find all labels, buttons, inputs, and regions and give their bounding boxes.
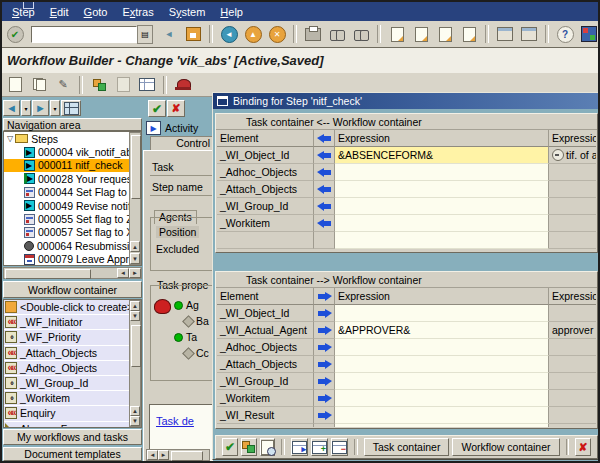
binding-dialog-titlebar[interactable]: Binding for Step 'nitf_check' bbox=[213, 93, 599, 109]
nav-forward-button[interactable]: ► bbox=[32, 100, 49, 116]
copy-button[interactable] bbox=[28, 74, 50, 96]
expression-cell[interactable] bbox=[335, 215, 549, 232]
container-scroll-down2-button[interactable]: ▼ bbox=[130, 416, 140, 426]
save-button[interactable] bbox=[182, 23, 204, 45]
confirm-step-button[interactable]: ✔ bbox=[148, 100, 166, 117]
overview-button[interactable] bbox=[61, 100, 81, 116]
expression-cell[interactable] bbox=[335, 305, 549, 322]
agents-position-item[interactable]: Position bbox=[156, 226, 199, 238]
tree-step-000064[interactable]: 000064 Resubmissi bbox=[4, 239, 141, 252]
container-item[interactable]: ««Enquiry bbox=[4, 406, 141, 421]
menu-item-edit[interactable]: Edit bbox=[50, 6, 69, 18]
tree-hscrollbar[interactable]: ◄ ► bbox=[3, 267, 142, 279]
detail-hscroll-thumb[interactable] bbox=[171, 451, 203, 461]
detail-scroll-right-button[interactable]: ► bbox=[158, 450, 169, 460]
tree-step-000057[interactable]: 000057 Set flag to X bbox=[4, 226, 141, 239]
container-item[interactable]: ‹›_Workitem bbox=[4, 391, 141, 406]
find-next-button[interactable] bbox=[350, 23, 372, 45]
create-shortcut-button[interactable] bbox=[518, 23, 540, 45]
expression-cell[interactable] bbox=[335, 373, 549, 390]
create-button[interactable] bbox=[4, 74, 26, 96]
tree-scroll-right-button[interactable]: ► bbox=[129, 268, 141, 278]
command-field-dropdown[interactable]: ▤ bbox=[137, 25, 153, 44]
binding-trace-button[interactable] bbox=[260, 438, 276, 456]
container-item[interactable]: ««_Attach_Objects bbox=[4, 346, 141, 361]
agents-excluded-item[interactable]: Excluded bbox=[156, 243, 199, 255]
help-button[interactable]: ? bbox=[554, 23, 576, 45]
element-cell[interactable]: _Workitem bbox=[217, 215, 314, 232]
expression-cell[interactable]: &APPROVER& bbox=[335, 322, 549, 339]
expression-cell[interactable] bbox=[335, 390, 549, 407]
element-cell[interactable]: _WI_Object_Id bbox=[217, 147, 314, 164]
print-button[interactable] bbox=[302, 23, 324, 45]
tree-root-steps[interactable]: ▽Steps bbox=[4, 132, 141, 145]
container-scrollbar-thumb[interactable] bbox=[131, 325, 141, 367]
menu-item-step[interactable]: Step bbox=[12, 6, 35, 18]
tree-step-000011[interactable]: 000011 nitf_check bbox=[4, 159, 141, 172]
cancel-step-button[interactable]: ✘ bbox=[167, 100, 185, 117]
nav-forward-dropdown[interactable]: ▾ bbox=[50, 100, 60, 116]
container-scroll-up2-button[interactable]: ▲ bbox=[130, 406, 140, 416]
tree-scrollbar[interactable]: ▲ ▼ bbox=[129, 132, 141, 265]
container-item[interactable]: ‹›_WF_Priority bbox=[4, 330, 141, 345]
tab-control[interactable]: Control bbox=[150, 136, 213, 150]
tree-step-000004[interactable]: 000004 vik_notif_abs bbox=[4, 145, 141, 158]
customize-layout-button[interactable] bbox=[578, 23, 600, 45]
delete-line-button[interactable]: − bbox=[331, 438, 348, 456]
expression-cell[interactable] bbox=[335, 198, 549, 215]
tree-step-000049[interactable]: 000049 Revise notifi bbox=[4, 199, 141, 212]
menu-item-help[interactable]: Help bbox=[220, 6, 243, 18]
expression-cell[interactable]: &ABSENCEFORM& bbox=[335, 147, 549, 164]
element-cell[interactable]: _Workitem bbox=[217, 390, 314, 407]
detail-scroll-left-button[interactable]: ◄ bbox=[147, 450, 158, 460]
workflow-container-header-button[interactable]: Workflow container bbox=[3, 281, 142, 298]
back-button[interactable]: ◄ bbox=[218, 23, 240, 45]
tree-step-000044[interactable]: 000044 Set Flag to X bbox=[4, 186, 141, 199]
expression-cell[interactable] bbox=[335, 424, 549, 427]
element-cell[interactable] bbox=[217, 232, 314, 249]
element-cell[interactable]: _WI_Group_Id bbox=[217, 373, 314, 390]
menu-item-extras[interactable]: Extras bbox=[122, 6, 153, 18]
menu-item-system[interactable]: System bbox=[169, 6, 206, 18]
tree-expand-icon[interactable]: ▽ bbox=[7, 134, 13, 143]
container-item[interactable]: ‹›_WI_Group_Id bbox=[4, 376, 141, 391]
tree-step-000079[interactable]: 000079 Leave Appro bbox=[4, 253, 141, 266]
expression-cell[interactable] bbox=[335, 339, 549, 356]
task-container-button[interactable]: Task container bbox=[364, 438, 450, 456]
detail-hscrollbar[interactable]: ◄ ► bbox=[146, 449, 210, 461]
find-button[interactable] bbox=[326, 23, 348, 45]
element-cell[interactable]: _WI_Result bbox=[217, 407, 314, 424]
container-item[interactable]: ««_Adhoc_Objects bbox=[4, 361, 141, 376]
element-cell[interactable]: _Adhoc_Objects bbox=[217, 164, 314, 181]
display-change-button[interactable]: ✎ bbox=[52, 74, 74, 96]
tree-step-000055[interactable]: 000055 Set flag to Z bbox=[4, 212, 141, 225]
menu-item-goto[interactable]: Goto bbox=[84, 6, 108, 18]
my-workflows-button[interactable]: My workflows and tasks bbox=[3, 429, 142, 445]
container-item[interactable]: <Double-click to create> bbox=[4, 300, 141, 315]
binding-cancel-button[interactable]: ✘ bbox=[575, 438, 591, 456]
table-view-button[interactable] bbox=[136, 74, 158, 96]
container-scroll-down-button[interactable]: ▼ bbox=[130, 311, 140, 321]
exit-button[interactable]: ▲ bbox=[242, 23, 264, 45]
previous-page-button[interactable] bbox=[410, 23, 432, 45]
element-cell[interactable]: _WI_Actual_Agent bbox=[217, 322, 314, 339]
cancel-button[interactable]: ✕ bbox=[266, 23, 288, 45]
container-scroll-up-button[interactable]: ▲ bbox=[130, 301, 140, 311]
nav-back-button[interactable]: ◄ bbox=[3, 100, 20, 116]
document-templates-button[interactable]: Document templates bbox=[3, 447, 142, 461]
last-page-button[interactable] bbox=[458, 23, 480, 45]
command-field[interactable] bbox=[31, 26, 137, 43]
container-item[interactable]: AbsenceForm bbox=[4, 422, 141, 429]
binding-confirm-button[interactable]: ✔ bbox=[222, 438, 238, 456]
element-cell[interactable] bbox=[217, 424, 314, 427]
insert-line-button[interactable]: ▸ bbox=[291, 438, 308, 456]
append-line-button[interactable]: + bbox=[311, 438, 328, 456]
expression-cell[interactable] bbox=[335, 232, 549, 249]
next-page-button[interactable] bbox=[434, 23, 456, 45]
check-binding-button[interactable] bbox=[241, 438, 257, 456]
container-scrollbar[interactable]: ▲ ▼ ▲ ▼ bbox=[129, 300, 141, 427]
enter-button[interactable]: ✔ bbox=[4, 23, 26, 45]
expression-cell[interactable] bbox=[335, 181, 549, 198]
container-item[interactable]: ««_WF_Initiator bbox=[4, 315, 141, 330]
object-value-icon[interactable] bbox=[552, 149, 564, 161]
